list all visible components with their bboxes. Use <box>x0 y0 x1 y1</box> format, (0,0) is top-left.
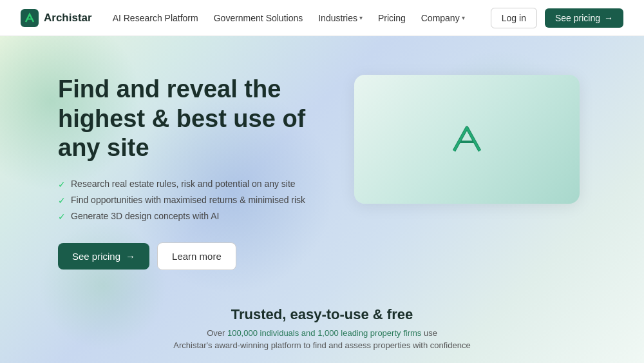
nav-ai-research[interactable]: AI Research Platform <box>113 13 198 23</box>
logo-icon <box>21 9 39 27</box>
see-pricing-button[interactable]: See pricing → <box>58 243 149 270</box>
company-chevron-icon: ▾ <box>462 14 465 21</box>
hero-left: Find and reveal the highest & best use o… <box>58 75 328 270</box>
arrow-icon: → <box>604 13 613 23</box>
check-icon-3: ✓ <box>58 211 66 222</box>
check-icon-2: ✓ <box>58 195 66 206</box>
nav-see-pricing-button[interactable]: See pricing → <box>545 8 623 28</box>
nav-company[interactable]: Company ▾ <box>421 13 465 23</box>
hero-buttons: See pricing → Learn more <box>58 242 328 270</box>
nav-pricing[interactable]: Pricing <box>378 13 406 23</box>
svg-rect-0 <box>21 9 39 27</box>
product-logo-icon <box>448 120 486 159</box>
navbar: Archistar AI Research Platform Governmen… <box>0 0 644 36</box>
feature-3: ✓ Generate 3D design concepts with AI <box>58 211 328 222</box>
trusted-section: Trusted, easy-to-use & free Over 100,000… <box>0 296 644 358</box>
feature-1: ✓ Research real estate rules, risk and p… <box>58 179 328 190</box>
logo-text: Archistar <box>44 12 92 25</box>
hero-content: Find and reveal the highest & best use o… <box>0 36 644 296</box>
hero-section: Find and reveal the highest & best use o… <box>0 36 644 363</box>
feature-2: ✓ Find opportunities with maximised retu… <box>58 195 328 206</box>
hero-features: ✓ Research real estate rules, risk and p… <box>58 179 328 222</box>
login-button[interactable]: Log in <box>491 8 537 28</box>
hero-product-card <box>354 75 580 204</box>
check-icon-1: ✓ <box>58 179 66 190</box>
nav-gov-solutions[interactable]: Government Solutions <box>214 13 303 23</box>
hero-right <box>354 75 580 204</box>
trusted-link[interactable]: 100,000 individuals and 1,000 leading pr… <box>227 328 421 338</box>
nav-links: AI Research Platform Government Solution… <box>113 13 491 23</box>
industries-chevron-icon: ▾ <box>359 14 363 21</box>
hero-title: Find and reveal the highest & best use o… <box>58 75 328 163</box>
learn-more-button[interactable]: Learn more <box>157 242 236 270</box>
pricing-arrow-icon: → <box>126 251 135 262</box>
logo[interactable]: Archistar <box>21 9 92 27</box>
nav-industries[interactable]: Industries ▾ <box>318 13 363 23</box>
trusted-subtitle: Over 100,000 individuals and 1,000 leadi… <box>0 327 644 352</box>
nav-actions: Log in See pricing → <box>491 8 623 28</box>
trusted-title: Trusted, easy-to-use & free <box>0 306 644 323</box>
